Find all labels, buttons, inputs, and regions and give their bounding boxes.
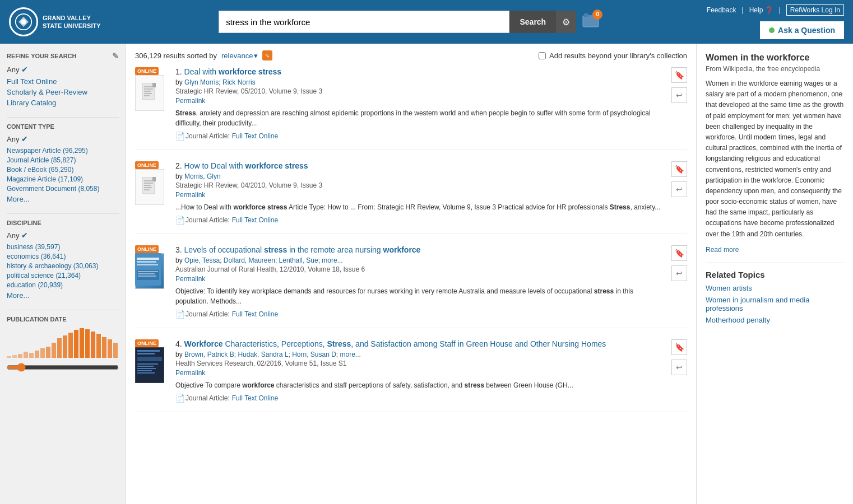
svg-rect-23 — [108, 339, 112, 358]
full-text-link-3[interactable]: Full Text Online — [232, 310, 278, 318]
author-opie-tessa[interactable]: Opie, Tessa — [184, 256, 220, 264]
search-input[interactable] — [219, 11, 509, 33]
sidebar: REFINE YOUR SEARCH ✎ Any ✔ Full Text Onl… — [0, 44, 126, 504]
newspaper-article-link[interactable]: Newspaper Article (96,295) — [7, 147, 88, 155]
result-title-link-4[interactable]: Workforce Characteristics, Perceptions, … — [184, 339, 606, 348]
refine-title: REFINE YOUR SEARCH ✎ — [7, 52, 119, 60]
history-archaeology-link[interactable]: history & archaeology (30,063) — [7, 262, 98, 270]
svg-rect-15 — [63, 335, 67, 358]
right-panel-title: Women in the workforce — [706, 53, 844, 63]
results-count: 306,129 results sorted by — [135, 52, 217, 60]
full-text-online-link[interactable]: Full Text Online — [7, 77, 119, 86]
author-link-glyn-morris[interactable]: Glyn Morris — [184, 78, 219, 86]
full-text-link-4[interactable]: Full Text Online — [232, 394, 278, 402]
add-beyond-label: Add results beyond your library's collec… — [549, 52, 687, 60]
full-text-link-2[interactable]: Full Text Online — [232, 216, 278, 224]
help-link[interactable]: Help ❓ — [749, 6, 773, 14]
save-btn-3[interactable]: 🔖 — [671, 245, 687, 261]
cart-icon[interactable]: 0 — [582, 12, 600, 32]
result-title-link-3[interactable]: Levels of occupational stress in the rem… — [184, 245, 421, 254]
refine-edit-icon[interactable]: ✎ — [112, 52, 119, 60]
result-thumbnail-2: online — [135, 161, 169, 202]
full-text-link-1[interactable]: Full Text Online — [232, 132, 278, 140]
result-thumbnail-1: online — [135, 67, 169, 108]
search-settings-button[interactable]: ⚙ — [556, 11, 576, 33]
share-btn-2[interactable]: ↩ — [671, 181, 687, 197]
search-button[interactable]: Search — [509, 11, 556, 33]
svg-rect-21 — [96, 334, 101, 358]
result-title-link-1[interactable]: Deal with workforce stress — [184, 67, 282, 76]
pub-date-section: PUBLICATION DATE — [7, 316, 119, 374]
save-btn-1[interactable]: 🔖 — [671, 67, 687, 83]
relevance-sort-link[interactable]: relevance ▾ — [221, 52, 258, 60]
result-title-4: 4. Workforce Characteristics, Perception… — [175, 339, 667, 348]
svg-rect-29 — [144, 93, 152, 94]
svg-rect-7 — [18, 354, 22, 358]
feedback-link[interactable]: Feedback — [707, 6, 736, 14]
svg-rect-44 — [138, 271, 158, 272]
svg-rect-34 — [144, 183, 153, 184]
author-hudak-sandra[interactable]: Hudak, Sandra L — [238, 351, 288, 358]
author-lenthall-sue[interactable]: Lenthall, Sue — [279, 256, 318, 264]
journal-article-link[interactable]: Journal Article (85,827) — [7, 156, 76, 164]
svg-rect-37 — [144, 189, 150, 190]
share-btn-1[interactable]: ↩ — [671, 87, 687, 103]
author-dollard-maureen[interactable]: Dollard, Maureen — [224, 256, 275, 264]
related-topic-women-journalism[interactable]: Women in journalism and media profession… — [706, 296, 844, 312]
result-permalink-1[interactable]: Permalink — [175, 97, 205, 105]
author-more-4[interactable]: more... — [340, 351, 361, 358]
result-permalink-2[interactable]: Permalink — [175, 191, 205, 199]
online-badge-3: online — [135, 245, 159, 253]
author-link-rick-norris[interactable]: Rick Norris — [222, 78, 256, 86]
share-btn-4[interactable]: ↩ — [671, 360, 687, 375]
result-type-3: 📄 Journal Article: Full Text Online — [175, 310, 667, 319]
education-item: education (20,939) — [7, 281, 119, 289]
share-btn-3[interactable]: ↩ — [671, 265, 687, 281]
result-permalink-3[interactable]: Permalink — [175, 275, 205, 283]
save-btn-2[interactable]: 🔖 — [671, 161, 687, 177]
economics-link[interactable]: economics (36,641) — [7, 253, 66, 260]
related-topic-women-artists[interactable]: Women artists — [706, 284, 844, 292]
right-panel-text: Women in the workforce earning wages or … — [706, 78, 844, 240]
add-beyond-checkbox[interactable] — [539, 52, 546, 59]
result-snippet-2: ...How to Deal with workforce stress Art… — [175, 202, 667, 212]
author-more-3[interactable]: more... — [322, 256, 342, 264]
result-actions-3: 🔖 ↩ — [671, 245, 687, 281]
author-link-morris-glyn[interactable]: Morris, Glyn — [184, 172, 221, 180]
library-catalog-link[interactable]: Library Catalog — [7, 99, 119, 107]
more-content-link[interactable]: More... — [7, 195, 119, 203]
related-topic-motherhood-penalty[interactable]: Motherhood penalty — [706, 316, 844, 324]
scholarly-peer-review-link[interactable]: Scholarly & Peer-Review — [7, 88, 119, 96]
result-permalink-4[interactable]: Permalink — [175, 369, 205, 377]
author-horn-susan[interactable]: Horn, Susan D — [292, 351, 336, 358]
ask-question-button[interactable]: Ask a Question — [760, 21, 844, 39]
svg-rect-18 — [80, 328, 84, 358]
search-bar-area: Search ⚙ 0 — [219, 11, 600, 33]
magazine-article-link[interactable]: Magazine Article (17,109) — [7, 175, 83, 183]
political-science-item: political science (21,364) — [7, 272, 119, 279]
education-link[interactable]: education (20,939) — [7, 281, 63, 289]
government-doc-link[interactable]: Government Document (8,058) — [7, 185, 99, 193]
result-actions-2: 🔖 ↩ — [671, 161, 687, 197]
svg-marker-31 — [152, 83, 156, 87]
pub-date-slider[interactable] — [7, 363, 119, 372]
result-meta-2: Strategic HR Review, 04/2010, Volume 9, … — [175, 181, 667, 189]
svg-rect-30 — [144, 95, 150, 96]
rss-icon[interactable]: ∿ — [262, 50, 272, 60]
author-brown-patrick[interactable]: Brown, Patrick B — [184, 351, 234, 358]
more-discipline-link[interactable]: More... — [7, 291, 119, 300]
svg-marker-38 — [152, 177, 156, 181]
business-item: business (39,597) — [7, 243, 119, 251]
read-more-link[interactable]: Read more — [706, 246, 739, 254]
svg-rect-20 — [91, 332, 95, 358]
political-science-link[interactable]: political science (21,364) — [7, 272, 81, 279]
save-btn-4[interactable]: 🔖 — [671, 339, 687, 355]
refworks-link[interactable]: RefWorks Log In — [786, 4, 844, 16]
result-snippet-4: Objective To compare workforce character… — [175, 380, 667, 390]
result-title-link-2[interactable]: How to Deal with workforce stress — [184, 161, 308, 170]
result-content-4: 4. Workforce Characteristics, Perception… — [175, 339, 667, 403]
svg-rect-19 — [85, 329, 90, 358]
book-ebook-link[interactable]: Book / eBook (65,290) — [7, 166, 73, 174]
business-link[interactable]: business (39,597) — [7, 243, 60, 251]
result-authors-3: by Opie, Tessa; Dollard, Maureen; Lentha… — [175, 256, 667, 264]
